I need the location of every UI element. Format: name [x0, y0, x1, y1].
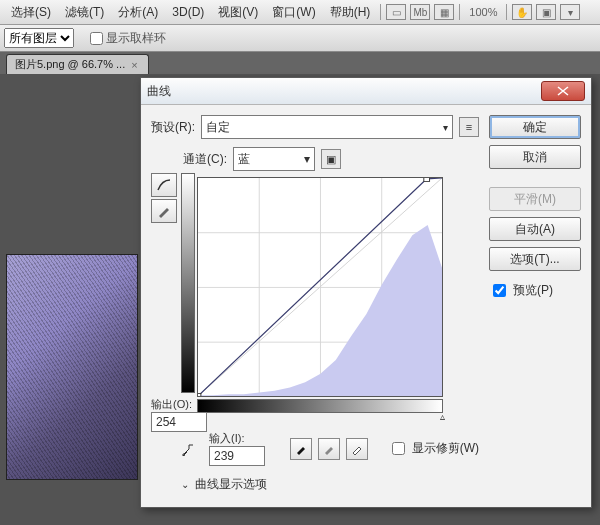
show-clipping[interactable]: 显示修剪(W) — [388, 439, 479, 458]
separator — [459, 4, 460, 20]
hand-tool-icon[interactable]: ✋ — [512, 4, 532, 20]
chevron-down-icon: ⌄ — [181, 479, 189, 490]
separator — [380, 4, 381, 20]
auto-channel-icon[interactable]: ▣ — [321, 149, 341, 169]
input-value[interactable]: 239 — [209, 446, 265, 466]
curve-tool-button[interactable] — [151, 173, 177, 197]
menu-view[interactable]: 视图(V) — [211, 0, 265, 24]
ok-button[interactable]: 确定 — [489, 115, 581, 139]
options-bar: 所有图层 显示取样环 — [0, 25, 600, 52]
preset-menu-icon[interactable]: ≡ — [459, 117, 479, 137]
curves-dialog: 曲线 预设(R): 自定 ▾ ≡ 通道(C) — [140, 77, 592, 508]
canvas-area: 曲线 预设(R): 自定 ▾ ≡ 通道(C) — [0, 74, 600, 525]
show-sample-ring-checkbox[interactable] — [90, 32, 103, 45]
chevron-down-icon: ▾ — [304, 152, 310, 166]
mb-icon[interactable]: Mb — [410, 4, 430, 20]
eyedropper-gray-icon[interactable] — [318, 438, 340, 460]
layer-select[interactable]: 所有图层 — [4, 28, 74, 48]
main-menu-bar: 选择(S) 滤镜(T) 分析(A) 3D(D) 视图(V) 窗口(W) 帮助(H… — [0, 0, 600, 25]
display-options-toggle[interactable]: ⌄ 曲线显示选项 — [181, 476, 479, 493]
options-button[interactable]: 选项(T)... — [489, 247, 581, 271]
white-slider[interactable]: ▵ — [440, 411, 445, 422]
input-label: 输入(I): — [209, 431, 244, 446]
input-gradient: ▴ ▵ — [197, 399, 443, 413]
output-label: 输出(O): — [151, 397, 192, 412]
document-tab-title: 图片5.png @ 66.7% ... — [15, 57, 125, 72]
eyedropper-black-icon[interactable] — [290, 438, 312, 460]
preset-select[interactable]: 自定 ▾ — [201, 115, 453, 139]
menu-3d[interactable]: 3D(D) — [165, 0, 211, 24]
dialog-title-bar[interactable]: 曲线 — [141, 78, 591, 105]
arrange-icon[interactable]: ▾ — [560, 4, 580, 20]
document-tab[interactable]: 图片5.png @ 66.7% ... × — [6, 54, 149, 74]
channel-value: 蓝 — [238, 151, 250, 168]
pencil-tool-button[interactable] — [151, 199, 177, 223]
eyedropper-white-icon[interactable] — [346, 438, 368, 460]
output-value[interactable]: 254 — [151, 412, 207, 432]
preview-label: 预览(P) — [513, 282, 553, 299]
menu-window[interactable]: 窗口(W) — [265, 0, 322, 24]
menu-help[interactable]: 帮助(H) — [323, 0, 378, 24]
zoom-level[interactable]: 100% — [463, 6, 503, 18]
show-clipping-checkbox[interactable] — [392, 442, 405, 455]
close-button[interactable] — [541, 81, 585, 101]
curves-plot[interactable] — [197, 177, 443, 397]
document-tab-bar: 图片5.png @ 66.7% ... × — [0, 52, 600, 74]
menu-filter[interactable]: 滤镜(T) — [58, 0, 111, 24]
preview-checkbox[interactable] — [493, 284, 506, 297]
channel-select[interactable]: 蓝 ▾ — [233, 147, 315, 171]
separator — [506, 4, 507, 20]
channel-label: 通道(C): — [183, 151, 227, 168]
svg-rect-8 — [424, 178, 430, 181]
document-image[interactable] — [6, 254, 138, 480]
close-icon[interactable]: × — [131, 59, 137, 71]
output-gradient — [181, 173, 195, 393]
screen-mode-icon[interactable]: ▣ — [536, 4, 556, 20]
show-sample-ring-label: 显示取样环 — [106, 30, 166, 47]
menu-select[interactable]: 选择(S) — [4, 0, 58, 24]
auto-button[interactable]: 自动(A) — [489, 217, 581, 241]
target-adjust-icon[interactable] — [181, 440, 199, 458]
preset-label: 预设(R): — [151, 119, 195, 136]
chevron-down-icon: ▾ — [443, 122, 448, 133]
cancel-button[interactable]: 取消 — [489, 145, 581, 169]
show-clipping-label: 显示修剪(W) — [412, 440, 479, 457]
show-sample-ring[interactable]: 显示取样环 — [86, 29, 166, 48]
doc-icon[interactable]: ▭ — [386, 4, 406, 20]
preset-value: 自定 — [206, 119, 230, 136]
svg-rect-7 — [198, 393, 201, 396]
preview-toggle[interactable]: 预览(P) — [489, 281, 581, 300]
film-icon[interactable]: ▦ — [434, 4, 454, 20]
smooth-button: 平滑(M) — [489, 187, 581, 211]
menu-analysis[interactable]: 分析(A) — [111, 0, 165, 24]
display-options-label: 曲线显示选项 — [195, 476, 267, 493]
dialog-title: 曲线 — [147, 83, 541, 100]
